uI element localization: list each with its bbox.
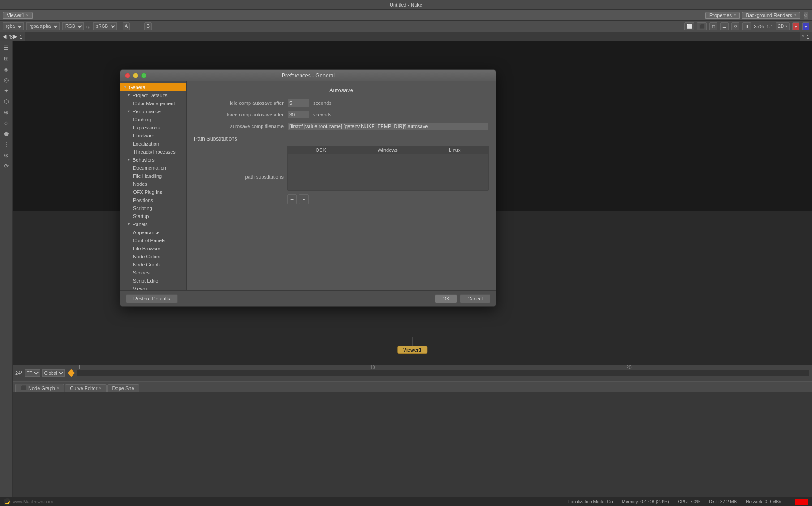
filename-input[interactable] — [287, 122, 489, 130]
dialog-body: ▼ General ▼ Project Defaults Color Manag… — [120, 81, 496, 290]
tree-label-nodes: Nodes — [133, 181, 147, 187]
tree-item-node-colors[interactable]: Node Colors — [120, 253, 186, 261]
tree-item-threads[interactable]: Threads/Processes — [120, 148, 186, 156]
col-osx: OSX — [288, 146, 354, 154]
tree-label-expressions: Expressions — [133, 125, 160, 130]
arrow-project-defaults: ▼ — [127, 93, 131, 98]
tree-item-control-panels[interactable]: Control Panels — [120, 236, 186, 244]
path-subs-title: Path Substitutions — [194, 136, 489, 142]
preferences-dialog: Preferences - General ▼ General ▼ Projec… — [120, 69, 496, 307]
tree-item-file-browser[interactable]: File Browser — [120, 244, 186, 253]
tree-item-caching[interactable]: Caching — [120, 116, 186, 124]
idle-autosave-row: idle comp autosave after seconds — [194, 99, 489, 107]
add-path-btn[interactable]: + — [287, 194, 297, 204]
tree-item-scripting[interactable]: Scripting — [120, 204, 186, 212]
tree-label-performance: Performance — [133, 109, 161, 114]
tree-item-scopes[interactable]: Scopes — [120, 269, 186, 277]
tree-item-localization[interactable]: Localization — [120, 140, 186, 148]
tree-item-script-editor[interactable]: Script Editor — [120, 277, 186, 285]
arrow-behaviors: ▼ — [127, 158, 131, 162]
path-substitutions-table: OSX Windows Linux — [287, 146, 489, 191]
tree-label-localization: Localization — [133, 141, 159, 146]
force-autosave-row: force comp autosave after seconds — [194, 111, 489, 119]
tree-item-expressions[interactable]: Expressions — [120, 124, 186, 132]
dialog-overlay: Preferences - General ▼ General ▼ Projec… — [0, 0, 812, 506]
path-subs-row: path substitutions OSX Windows Linux + — [194, 146, 489, 208]
path-table-header: OSX Windows Linux — [288, 146, 488, 154]
remove-path-btn[interactable]: - — [299, 194, 309, 204]
tree-item-documentation[interactable]: Documentation — [120, 164, 186, 172]
dialog-footer: Restore Defaults OK Cancel — [120, 290, 496, 306]
tree-label-behaviors: Behaviors — [133, 157, 155, 163]
tree-item-nodes[interactable]: Nodes — [120, 180, 186, 188]
tree-label-threads: Threads/Processes — [133, 149, 176, 154]
arrow-panels: ▼ — [127, 222, 131, 227]
restore-defaults-btn[interactable]: Restore Defaults — [126, 294, 178, 303]
dialog-main-content: Autosave idle comp autosave after second… — [187, 81, 496, 290]
tree-item-startup[interactable]: Startup — [120, 212, 186, 220]
dialog-title: Preferences - General — [282, 73, 335, 79]
tree-item-color-mgmt[interactable]: Color Management — [120, 99, 186, 107]
tree-item-behaviors[interactable]: ▼ Behaviors — [120, 156, 186, 164]
tree-item-performance[interactable]: ▼ Performance — [120, 107, 186, 116]
tree-label-documentation: Documentation — [133, 165, 166, 171]
idle-value-input[interactable] — [287, 99, 309, 107]
dialog-maximize-btn[interactable] — [141, 73, 146, 78]
tree-item-positions[interactable]: Positions — [120, 196, 186, 204]
path-subs-label: path substitutions — [194, 174, 284, 180]
arrow-performance: ▼ — [127, 109, 131, 114]
idle-suffix: seconds — [313, 100, 331, 106]
force-label: force comp autosave after — [194, 112, 284, 117]
path-table-actions: + - — [287, 194, 489, 204]
idle-label: idle comp autosave after — [194, 100, 284, 106]
tree-label-ofx: OFX Plug-ins — [133, 189, 162, 195]
force-suffix: seconds — [313, 112, 331, 117]
tree-item-hardware[interactable]: Hardware — [120, 132, 186, 140]
arrow-general: ▼ — [123, 85, 127, 90]
tree-label-hardware: Hardware — [133, 133, 155, 138]
ok-btn[interactable]: OK — [435, 294, 457, 303]
tree-label-startup: Startup — [133, 214, 149, 219]
tree-label-file-browser: File Browser — [133, 246, 160, 251]
tree-item-node-graph[interactable]: Node Graph — [120, 261, 186, 269]
dialog-close-btn[interactable] — [125, 73, 130, 78]
force-value-input[interactable] — [287, 111, 309, 119]
tree-label-node-colors: Node Colors — [133, 254, 160, 259]
tree-label-scripting: Scripting — [133, 206, 152, 211]
tree-label-file-handling: File Handling — [133, 173, 162, 179]
tree-item-ofx[interactable]: OFX Plug-ins — [120, 188, 186, 196]
tree-label-color-mgmt: Color Management — [133, 101, 175, 106]
col-linux: Linux — [421, 146, 488, 154]
tree-label-positions: Positions — [133, 197, 153, 203]
tree-item-appearance[interactable]: Appearance — [120, 228, 186, 236]
tree-label-appearance: Appearance — [133, 230, 159, 235]
tree-item-project-defaults[interactable]: ▼ Project Defaults — [120, 91, 186, 99]
tree-label-caching: Caching — [133, 117, 151, 122]
tree-item-panels[interactable]: ▼ Panels — [120, 220, 186, 228]
preferences-tree: ▼ General ▼ Project Defaults Color Manag… — [120, 81, 187, 290]
dialog-minimize-btn[interactable] — [133, 73, 138, 78]
col-windows: Windows — [354, 146, 421, 154]
path-table-body — [288, 154, 488, 190]
tree-label-node-graph: Node Graph — [133, 262, 160, 267]
dialog-action-buttons: OK Cancel — [435, 294, 490, 303]
tree-label-control-panels: Control Panels — [133, 238, 165, 243]
tree-label-script-editor: Script Editor — [133, 278, 160, 283]
tree-item-general[interactable]: ▼ General — [120, 83, 186, 91]
filename-label: autosave comp filename — [194, 124, 284, 129]
dialog-titlebar: Preferences - General — [120, 70, 496, 81]
tree-item-file-handling[interactable]: File Handling — [120, 172, 186, 180]
tree-label-viewer: Viewer — [133, 286, 148, 290]
tree-label-panels: Panels — [133, 222, 148, 227]
tree-item-viewer[interactable]: Viewer — [120, 285, 186, 290]
dialog-window-controls — [125, 73, 146, 78]
autosave-title: Autosave — [194, 87, 489, 94]
filename-row: autosave comp filename — [194, 122, 489, 130]
tree-label-project-defaults: Project Defaults — [133, 93, 168, 98]
tree-label-general: General — [129, 85, 146, 90]
cancel-btn[interactable]: Cancel — [460, 294, 490, 303]
tree-label-scopes: Scopes — [133, 270, 150, 275]
